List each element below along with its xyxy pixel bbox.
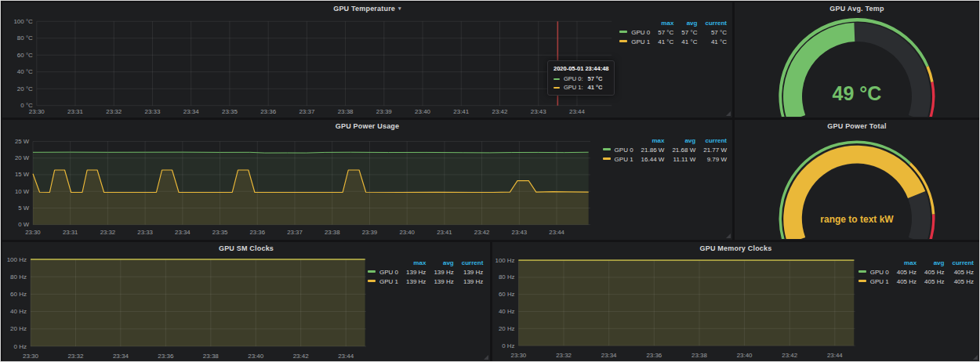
svg-text:23:38: 23:38	[338, 108, 354, 115]
legend-header[interactable]: max	[650, 19, 673, 27]
memory-clocks-legend: maxavgcurrentGPU 0405 Hz405 Hz405 HzGPU …	[858, 255, 979, 286]
legend-series-name[interactable]: GPU 1	[619, 37, 650, 46]
legend-value: 139 Hz	[454, 267, 484, 277]
svg-text:23:37: 23:37	[299, 108, 314, 115]
svg-text:20 Hz: 20 Hz	[499, 325, 515, 332]
legend-header[interactable]: current	[695, 136, 727, 145]
panel-title-gpu-power-total[interactable]: GPU Power Total	[735, 120, 979, 132]
svg-text:100 Hz: 100 Hz	[495, 257, 515, 264]
svg-text:23:31: 23:31	[63, 229, 78, 236]
series-color-dash	[368, 270, 376, 273]
panel-gpu-avg-temp: GPU Avg. Temp 49 °C	[735, 2, 979, 118]
legend-value: 405 Hz	[889, 267, 916, 277]
svg-text:23:30: 23:30	[25, 229, 41, 236]
gauge-value: 49 °C	[735, 82, 979, 105]
svg-text:23:40: 23:40	[248, 353, 264, 360]
temperature-graph[interactable]: 0 °C20 °C40 °C60 °C80 °C100 °C23:3023:31…	[2, 15, 619, 117]
legend-value: 139 Hz	[454, 277, 484, 286]
svg-text:80 Hz: 80 Hz	[499, 273, 515, 281]
svg-text:23:38: 23:38	[691, 352, 707, 359]
svg-text:20 Hz: 20 Hz	[10, 325, 27, 332]
svg-text:25 W: 25 W	[15, 138, 30, 145]
legend-series-name[interactable]: GPU 0	[368, 267, 398, 277]
legend-header[interactable]: current	[944, 259, 974, 267]
panel-resize-handle[interactable]	[973, 355, 978, 360]
svg-text:100 °C: 100 °C	[13, 18, 33, 25]
legend-row: GPU 116.44 W11.11 W9.79 W	[603, 154, 727, 164]
legend-header[interactable]: avg	[916, 259, 944, 267]
legend-series-name[interactable]: GPU 0	[619, 27, 650, 37]
series-color-dash	[554, 87, 560, 89]
legend-value: 57 °C	[650, 27, 673, 37]
legend-header[interactable]: avg	[673, 19, 697, 27]
graph-tooltip: 2020-05-01 23:44:48 GPU 0:57 °C GPU 1:41…	[547, 60, 615, 96]
grafana-dashboard: GPU Temperature ▾ 0 °C20 °C40 °C60 °C80 …	[0, 0, 980, 362]
legend-series-name[interactable]: GPU 0	[603, 145, 633, 154]
series-color-dash	[554, 78, 560, 80]
svg-text:23:35: 23:35	[212, 229, 227, 236]
svg-text:23:34: 23:34	[183, 108, 199, 115]
panel-title-gpu-avg-temp[interactable]: GPU Avg. Temp	[735, 2, 979, 15]
gauge-value: range to text kW	[735, 214, 979, 225]
panel-title-text: GPU Memory Clocks	[700, 244, 772, 252]
legend-value: 139 Hz	[398, 267, 426, 277]
legend-header[interactable]: current	[454, 259, 484, 267]
legend-row: GPU 1139 Hz139 Hz139 Hz	[368, 277, 483, 286]
panel-resize-handle[interactable]	[726, 111, 731, 116]
svg-text:23:34: 23:34	[175, 229, 191, 236]
legend-header[interactable]: avg	[426, 259, 453, 267]
panel-title-gpu-temperature[interactable]: GPU Temperature ▾	[2, 2, 732, 15]
sm-clocks-graph[interactable]: 0 Hz20 Hz40 Hz60 Hz80 Hz100 Hz23:3023:32…	[2, 255, 368, 361]
legend-series-name[interactable]: GPU 1	[858, 277, 889, 286]
tooltip-series-label: GPU 0:	[564, 75, 583, 82]
svg-text:15 W: 15 W	[15, 171, 30, 178]
legend-header-spacer	[858, 259, 889, 267]
legend-value: 57 °C	[697, 27, 727, 37]
series-color-dash	[619, 40, 627, 42]
panel-resize-handle[interactable]	[484, 355, 488, 360]
legend-row: GPU 141 °C41 °C41 °C	[619, 37, 727, 46]
tooltip-series-label: GPU 1:	[564, 84, 583, 91]
legend-header[interactable]: max	[889, 259, 916, 267]
legend-value: 139 Hz	[426, 267, 453, 277]
legend-header-spacer	[619, 19, 650, 27]
panel-title-text: GPU Power Total	[827, 122, 886, 130]
panel-title-gpu-power-usage[interactable]: GPU Power Usage	[2, 120, 732, 132]
series-color-dash	[603, 148, 611, 150]
svg-text:23:34: 23:34	[113, 353, 129, 360]
series-color-dash	[858, 270, 866, 273]
svg-text:23:33: 23:33	[145, 108, 161, 115]
legend-header[interactable]: max	[633, 136, 665, 145]
panel-resize-handle[interactable]	[726, 233, 731, 238]
legend-value: 21.77 W	[695, 145, 727, 154]
panel-title-gpu-memory-clocks[interactable]: GPU Memory Clocks	[492, 242, 979, 255]
legend-row: GPU 1405 Hz405 Hz405 Hz	[858, 277, 974, 286]
tooltip-row: GPU 0:57 °C	[554, 74, 608, 83]
panel-title-text: GPU Temperature	[333, 5, 395, 13]
legend-series-name[interactable]: GPU 1	[368, 277, 398, 286]
svg-text:23:32: 23:32	[100, 229, 115, 236]
chevron-down-icon: ▾	[398, 5, 401, 12]
svg-text:23:30: 23:30	[23, 353, 39, 360]
panel-title-gpu-sm-clocks[interactable]: GPU SM Clocks	[2, 242, 490, 255]
svg-text:23:44: 23:44	[569, 108, 585, 115]
panel-gpu-temperature: GPU Temperature ▾ 0 °C20 °C40 °C60 °C80 …	[2, 2, 732, 118]
svg-text:100 Hz: 100 Hz	[7, 256, 27, 263]
series-color-dash	[603, 157, 611, 160]
tooltip-row: GPU 1:41 °C	[554, 83, 608, 92]
svg-text:0 Hz: 0 Hz	[502, 342, 514, 349]
panel-gpu-power-total: GPU Power Total range to text kW	[735, 120, 979, 240]
legend-value: 405 Hz	[889, 277, 916, 286]
memory-clocks-graph[interactable]: 0 Hz20 Hz40 Hz60 Hz80 Hz100 Hz23:3023:32…	[492, 255, 858, 361]
legend-header[interactable]: current	[697, 19, 727, 27]
svg-text:10 W: 10 W	[15, 188, 30, 195]
panel-title-text: GPU Avg. Temp	[829, 5, 884, 13]
svg-text:23:38: 23:38	[203, 353, 220, 360]
power-usage-graph[interactable]: 0 W5 W10 W15 W20 W25 W23:3023:3123:3223:…	[2, 132, 603, 239]
legend-series-name[interactable]: GPU 1	[603, 154, 633, 164]
legend-header[interactable]: avg	[664, 136, 695, 145]
legend-value: 405 Hz	[916, 277, 944, 286]
legend-header[interactable]: max	[398, 259, 426, 267]
legend-header-spacer	[368, 259, 398, 267]
legend-series-name[interactable]: GPU 0	[858, 267, 889, 277]
